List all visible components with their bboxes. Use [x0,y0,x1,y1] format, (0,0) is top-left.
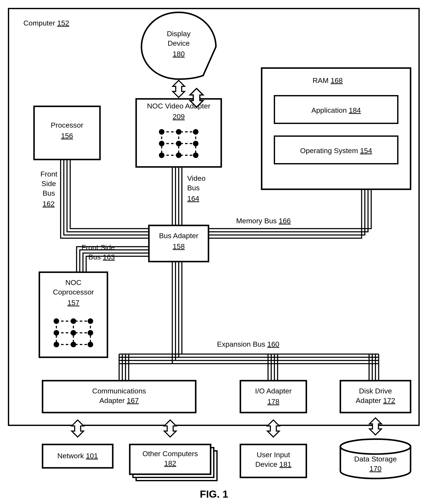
fsb1-ref: 162 [42,200,55,208]
user-input-ref: 181 [279,460,291,468]
noc-cop-l1: NOC [65,278,82,286]
svg-text:Application   184: Application 184 [312,106,361,114]
fsb2-l2: Bus [88,253,101,261]
videobus-ref: 164 [187,194,199,203]
noc-cop-ref: 157 [67,299,80,307]
application-ref: 184 [349,106,361,114]
io-adapter-label: I/O Adapter [255,387,292,395]
comm-adapter-ref: 167 [127,396,139,405]
ram-ref: 168 [330,76,343,84]
io-adapter-ref: 178 [267,398,280,406]
user-input-l2: Device [255,460,277,468]
network-label: Network [58,452,84,460]
other-computers-ref: 182 [164,459,176,467]
display-label2: Device [168,39,190,47]
figure-label: FIG. 1 [200,488,228,500]
svg-text:Bus  163: Bus 163 [88,253,115,261]
expbus-label: Expansion Bus 160 [217,340,279,348]
noc-video-adapter-ref: 209 [173,113,185,121]
os-ref: 154 [360,146,372,154]
application-label: Application [312,106,347,114]
display-label1: Display [167,30,190,38]
videobus-l1: Video [187,174,206,182]
data-storage-label: Data Storage [354,455,397,463]
fsb1-l2: Side [41,179,56,187]
videobus-l2: Bus [187,184,200,192]
data-storage-ref: 170 [370,464,382,472]
svg-text:Network  101: Network 101 [58,452,98,460]
processor-label: Processor [51,121,83,129]
ram-box [262,68,411,189]
user-input-l1: User Input [257,451,290,459]
noc-cop-l2: Coprocessor [53,288,94,296]
fsb1-l1: Front [41,170,58,178]
os-label: Operating System [300,146,358,154]
svg-text:Operating System   154: Operating System 154 [300,146,372,154]
comm-adapter-l1: Communications [92,387,146,395]
bus-adapter-label: Bus Adapter [159,232,198,240]
fsb2-ref: 163 [103,253,115,261]
disk-adapter-l1: Disk Drive [359,387,392,395]
io-adapter-box [240,381,306,413]
architecture-diagram: Computer 152 Display Device 180 NOC Vide… [0,0,428,504]
comm-adapter-l2: Adapter [99,396,125,405]
disk-adapter-l2: Adapter [356,396,381,405]
svg-text:Adapter   167: Adapter 167 [99,396,139,405]
bus-adapter-ref: 158 [173,242,185,250]
svg-text:Adapter  172: Adapter 172 [356,396,395,405]
svg-text:Device   181: Device 181 [255,460,291,468]
network-ref: 101 [86,452,98,460]
other-computers-label: Other Computers [142,450,198,458]
membus-label: Memory Bus 166 [236,217,291,225]
disk-adapter-ref: 172 [383,396,395,405]
fsb2-label: Front Side [82,243,115,251]
computer-label: Computer 152 [23,19,69,27]
display-ref: 180 [173,50,185,58]
ram-label: RAM [313,76,329,84]
fsb1-l3: Bus [42,189,55,197]
processor-ref: 156 [61,132,73,140]
svg-text:RAM  168: RAM 168 [313,76,343,84]
svg-point-27 [340,439,411,454]
